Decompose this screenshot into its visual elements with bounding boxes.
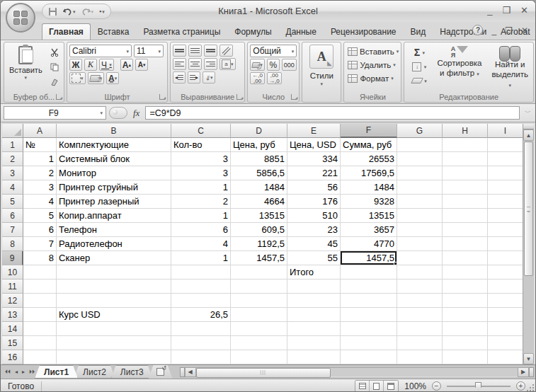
cell-F15[interactable] [341, 336, 397, 350]
row-header-1[interactable]: 1 [2, 138, 23, 152]
row-header-4[interactable]: 4 [2, 180, 23, 195]
delete-cells-button[interactable]: Удалить▾ [348, 58, 399, 71]
row-header-12[interactable]: 12 [2, 294, 23, 308]
styles-button[interactable]: А [309, 45, 333, 69]
cell-B14[interactable] [57, 322, 171, 336]
cell-I4[interactable] [488, 180, 523, 195]
align-bottom-button[interactable] [204, 45, 217, 57]
cell-I12[interactable] [488, 294, 523, 308]
cell-C4[interactable]: 1 [171, 180, 231, 195]
increase-decimal-button[interactable]: ←,0,00 [250, 72, 265, 84]
find-select-button[interactable]: Найти ивыделить ▾ [489, 45, 532, 100]
column-header-B[interactable]: B [57, 124, 171, 138]
cell-C5[interactable]: 2 [171, 195, 231, 209]
page-break-view-button[interactable] [384, 381, 398, 392]
cell-I8[interactable] [488, 237, 523, 251]
ribbon-tab-данные[interactable]: Данные [279, 23, 324, 40]
row-header-7[interactable]: 7 [2, 223, 23, 237]
cell-G10[interactable] [397, 265, 443, 279]
cell-B16[interactable] [57, 350, 171, 364]
window-minimize-button[interactable]: _ [487, 5, 492, 16]
font-color-button[interactable]: А▾ [106, 72, 119, 84]
cell-D3[interactable]: 5856,5 [231, 166, 287, 180]
cell-I2[interactable] [488, 152, 523, 166]
zoom-level[interactable]: 100% [404, 381, 426, 391]
cell-C3[interactable]: 3 [171, 166, 231, 180]
cell-H5[interactable] [443, 195, 488, 209]
cell-H1[interactable] [443, 138, 488, 152]
cell-I10[interactable] [488, 265, 523, 279]
cell-G14[interactable] [397, 322, 443, 336]
cell-G1[interactable] [397, 138, 443, 152]
cell-F8[interactable]: 4770 [341, 237, 397, 251]
decrease-decimal-button[interactable]: ,00→,0 [267, 72, 282, 84]
row-header-8[interactable]: 8 [2, 237, 23, 251]
cell-C11[interactable] [171, 279, 231, 294]
cell-C9[interactable]: 1 [171, 251, 231, 265]
cut-button[interactable] [47, 46, 62, 59]
cell-A8[interactable]: 7 [23, 237, 57, 251]
cell-G11[interactable] [397, 279, 443, 294]
ribbon-tab-рецензирование[interactable]: Рецензирование [324, 23, 404, 40]
cell-G5[interactable] [397, 195, 443, 209]
cell-D11[interactable] [231, 279, 287, 294]
cell-H9[interactable] [443, 251, 488, 265]
cell-E12[interactable] [287, 294, 341, 308]
cell-F1[interactable]: Сумма, руб [341, 138, 397, 152]
cell-E9[interactable]: 55 [287, 251, 341, 265]
cell-G9[interactable] [397, 251, 443, 265]
row-header-5[interactable]: 5 [2, 195, 23, 209]
last-sheet-button[interactable]: ⏵⏵ [28, 368, 36, 376]
cell-C13[interactable]: 26,5 [171, 308, 231, 322]
clear-button[interactable]: ▾ [409, 74, 430, 87]
cell-G6[interactable] [397, 209, 443, 223]
zoom-in-button[interactable]: + [516, 381, 525, 391]
cell-B3[interactable]: Монитор [57, 166, 171, 180]
cell-A10[interactable] [23, 265, 57, 279]
fill-color-button[interactable]: ▾ [88, 72, 105, 84]
cell-E7[interactable]: 23 [287, 223, 341, 237]
cell-A12[interactable] [23, 294, 57, 308]
cell-I3[interactable] [488, 166, 523, 180]
cell-I13[interactable] [488, 308, 523, 322]
scroll-left-icon[interactable]: ◀ [185, 367, 196, 377]
cell-G12[interactable] [397, 294, 443, 308]
cell-D7[interactable]: 609,5 [231, 223, 287, 237]
column-header-H[interactable]: H [443, 124, 488, 138]
cell-A13[interactable] [23, 308, 57, 322]
autosum-button[interactable]: Σ ▾ [409, 46, 430, 59]
merge-center-button[interactable]: a▾ [219, 58, 236, 70]
cell-D13[interactable] [231, 308, 287, 322]
office-button[interactable] [6, 3, 35, 33]
align-center-button[interactable] [188, 58, 202, 70]
cell-C2[interactable]: 3 [171, 152, 231, 166]
row-header-11[interactable]: 11 [2, 279, 23, 294]
cell-F9[interactable]: 1457,5 [341, 251, 397, 265]
cell-B2[interactable]: Системный блок [57, 152, 171, 166]
select-all-corner[interactable] [2, 124, 23, 138]
scroll-right-icon[interactable]: ▶ [518, 367, 529, 377]
cell-G16[interactable] [397, 350, 443, 364]
cell-D12[interactable] [231, 294, 287, 308]
name-box-dropdown-icon[interactable]: ▾ [100, 110, 103, 115]
cell-H6[interactable] [443, 209, 488, 223]
ribbon-tab-вид[interactable]: Вид [404, 23, 433, 40]
cell-A9[interactable]: 8 [23, 251, 57, 265]
percent-style-button[interactable]: % [267, 59, 280, 71]
cell-A16[interactable] [23, 350, 57, 364]
cell-B4[interactable]: Принтер струйный [57, 180, 171, 195]
cell-A11[interactable] [23, 279, 57, 294]
insert-function-button[interactable]: fx [130, 108, 142, 119]
increase-indent-button[interactable]: ▸ [188, 71, 200, 83]
row-header-16[interactable]: 16 [2, 350, 23, 364]
first-sheet-button[interactable]: ⏴⏴ [4, 368, 12, 376]
cell-I11[interactable] [488, 279, 523, 294]
cell-E15[interactable] [287, 336, 341, 350]
align-left-button[interactable] [173, 58, 186, 70]
align-top-button[interactable] [173, 45, 186, 57]
cell-B7[interactable]: Телефон [57, 223, 171, 237]
format-painter-button[interactable] [47, 76, 62, 88]
cell-B8[interactable]: Радиотелефон [57, 237, 171, 251]
sheet-tab-лист2[interactable]: Лист2 [74, 365, 115, 379]
cell-H16[interactable] [443, 350, 488, 364]
